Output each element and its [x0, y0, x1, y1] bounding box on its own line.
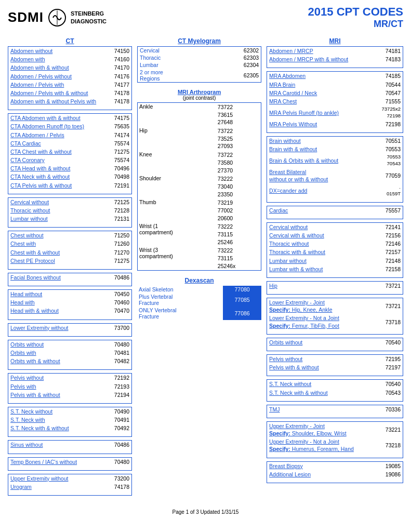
table-row: CTA Abdomen / Pelvis74174 — [8, 131, 131, 139]
table-row: MRA Abdomen74185 — [267, 72, 403, 80]
table-row: Upper Extremity without73200 — [8, 474, 131, 483]
mri-mra-group: MRA Abdomen74185 MRA Brain70544 MRA Caro… — [267, 71, 403, 132]
ct-myelogram-table: Cervical 62302 Thoracic 62303 Lumbar 623… — [138, 47, 261, 82]
logo-icon — [48, 8, 67, 27]
ct-myelogram-title: CT Myelogram — [137, 37, 261, 45]
table-row: CTA Cardiac75574 — [8, 139, 131, 148]
ct-temp-bones-table: Temp Bones / IAC's without70480 — [8, 458, 131, 466]
table-row: Sinus without70486 — [8, 441, 131, 449]
mri-upper-extremity-table: Upper Extremity - JointSpecify: Shoulder… — [267, 422, 403, 454]
table-row: Breast Biopsy19085 — [267, 462, 403, 470]
table-row: Cervical without72141 — [267, 223, 403, 231]
title-line1: 2015 CPT CODES — [308, 5, 403, 19]
mri-arthrogram-group: Ankle 737227361527648 Hip 73722735252709… — [137, 102, 261, 271]
ct-head-group: Head without70450 Head with70460 Head wi… — [8, 289, 132, 320]
mri-section-title: MRI — [267, 37, 403, 45]
mri-spine-table: Cervical without72141 Cervical with & wi… — [267, 223, 403, 273]
mri-cardiac-table: Cardiac75557 — [267, 206, 403, 215]
table-row: CTA Chest with & without71275 — [8, 148, 131, 156]
table-row: Lumbar without72131 — [8, 215, 131, 223]
mri-tmj-group: TMJ70336 — [267, 405, 403, 418]
table-row: Orbits with & without70482 — [8, 357, 131, 365]
table-row: Abdomen / Pelvis with74177 — [8, 81, 131, 89]
table-row: Abdomen without74150 — [8, 47, 131, 55]
ct-column: CT Abdomen without74150 Abdomen with7416… — [8, 37, 132, 499]
table-row: DX=cander add .0159T — [267, 183, 403, 198]
ct-abdomen-table: Abdomen without74150 Abdomen with74160 A… — [8, 47, 131, 105]
table-row: Urogram74178 — [8, 483, 131, 491]
table-row: Thoracic with & without72157 — [267, 248, 403, 256]
table-row: MRA Brain70544 — [267, 81, 403, 89]
table-row: Chest with & without71270 — [8, 248, 131, 257]
mri-pelvis-group: Pelvis without72195 Pelvis with & withou… — [267, 354, 403, 376]
mri-tmj-table: TMJ70336 — [267, 405, 403, 414]
mri-column: MRI Abdomen / MRCP74181 Abdomen / MRCP w… — [267, 37, 403, 499]
mri-lower-extremity-group: Lower Extremity - JointSpecify: Hip, Kne… — [267, 298, 403, 335]
ct-lower-extremity-table: Lower Extremity without73700 — [8, 324, 131, 332]
ct-orbits-table: Orbits without70480 Orbits with70481 Orb… — [8, 340, 131, 366]
mri-cardiac-group: Cardiac75557 — [267, 206, 403, 219]
table-row: Chest PE Protocol71275 — [8, 257, 131, 265]
company-name: STEINBERG DIAGNOSTIC — [71, 10, 107, 25]
table-row: Abdomen / Pelvis with & without74178 — [8, 89, 131, 97]
mri-arthrogram-title: MRI Arthrogram — [137, 89, 261, 95]
table-row: Abdomen with74160 — [8, 55, 131, 63]
ct-spine-group: Cervical without72125 Thoracic without72… — [8, 197, 132, 228]
table-row: Facial Bones without70486 — [8, 273, 131, 282]
table-row: Lumbar with & without72158 — [267, 265, 403, 273]
table-row: Chest without71250 — [8, 231, 131, 240]
ct-cta-table: CTA Abdomen with & without74175 CTA Abdo… — [8, 114, 131, 190]
ct-chest-table: Chest without71250 Chest with71260 Chest… — [8, 231, 131, 265]
table-row: Abdomen with & without Pelvis with74178 — [8, 97, 131, 105]
table-row: MRA Chest71555 — [267, 97, 403, 105]
ct-cta-group: CTA Abdomen with & without74175 CTA Abdo… — [8, 113, 132, 194]
table-row: MRA Pelvis Runoff (to ankle) 73725x27219… — [267, 105, 403, 120]
table-row: Additional Lesion19086 — [267, 470, 403, 478]
mri-brain-group: Brain without70551 Brain with & without7… — [267, 136, 403, 203]
table-row: Hip 737227352527093 — [138, 127, 261, 151]
table-row: Pelvis with & without72197 — [267, 363, 403, 371]
table-row: CTA Abdomen with & without74175 — [8, 114, 131, 122]
table-row: Plus VertebralFracture 77085 — [137, 293, 261, 307]
table-row: Axial Skeleton 77080 — [137, 286, 261, 293]
ct-upper-extremity-table: Upper Extremity without73200 Urogram7417… — [8, 474, 131, 491]
table-row: Brain with & without70553 — [267, 145, 403, 153]
mri-orbits-table: Orbits without70540 — [267, 338, 403, 347]
mri-hip-group: Hip73721 — [267, 281, 403, 295]
mri-spine-group: Cervical without72141 Cervical with & wi… — [267, 222, 403, 278]
table-row: Brain & Orbits with & without 7055370543 — [267, 153, 403, 168]
table-row: CTA Head with & without70496 — [8, 164, 131, 172]
table-row: Abdomen / MRCP74181 — [267, 47, 403, 55]
table-row: ONLY VertebralFracture 77086 — [137, 307, 261, 320]
table-row: Thoracic without72146 — [267, 240, 403, 248]
mri-lower-extremity-table: Lower Extremity - JointSpecify: Hip, Kne… — [267, 298, 403, 330]
page-wrapper: SDMI STEINBERG DIAGNOSTIC 2015 CPT CODES… — [8, 5, 403, 515]
table-row: Knee 737227358027370 — [138, 151, 261, 175]
table-row: Abdomen / Pelvis without74176 — [8, 72, 131, 81]
ct-orbits-group: Orbits without70480 Orbits with70481 Orb… — [8, 340, 132, 370]
dexascan-table: Axial Skeleton 77080 Plus VertebralFract… — [137, 286, 261, 320]
dexascan-title: Dexascan — [137, 277, 261, 284]
table-row: Ankle 737227361527648 — [138, 103, 261, 127]
table-row: Thoracic without72128 — [8, 206, 131, 215]
title-line2: MR/CT — [308, 19, 403, 30]
ct-pelvis-group: Pelvis without72192 Pelvis with72193 Pel… — [8, 373, 132, 404]
mri-mra-table: MRA Abdomen74185 MRA Brain70544 MRA Caro… — [267, 72, 403, 128]
table-row: CTA Abdomen Runoff (to toes)75635 — [8, 122, 131, 130]
table-row: Brain without70551 — [267, 137, 403, 145]
table-row: Lower Extremity - JointSpecify: Hip, Kne… — [267, 298, 403, 314]
table-row: Thumb 732197700220600 — [138, 198, 261, 222]
mri-arthrogram-table: Ankle 737227361527648 Hip 73722735252709… — [138, 103, 261, 270]
logo-area: SDMI STEINBERG DIAGNOSTIC — [8, 8, 107, 27]
table-row: S.T. Neck without70490 — [8, 407, 131, 416]
ct-abdomen-group: Abdomen without74150 Abdomen with74160 A… — [8, 46, 132, 110]
table-row: Orbits without70540 — [267, 338, 403, 347]
table-row: Pelvis with & without72194 — [8, 391, 131, 399]
table-row: MRA Pelvis Without72198 — [267, 120, 403, 128]
mri-arthrogram-subtitle: (joint contrast) — [137, 95, 261, 101]
table-row: CTA Neck with & without70498 — [8, 172, 131, 181]
table-row: S.T. Neck with70491 — [8, 416, 131, 424]
mri-orbits-group: Orbits without70540 — [267, 338, 403, 351]
ct-temp-bones-group: Temp Bones / IAC's without70480 — [8, 457, 132, 471]
table-row: Head with & without70470 — [8, 307, 131, 315]
